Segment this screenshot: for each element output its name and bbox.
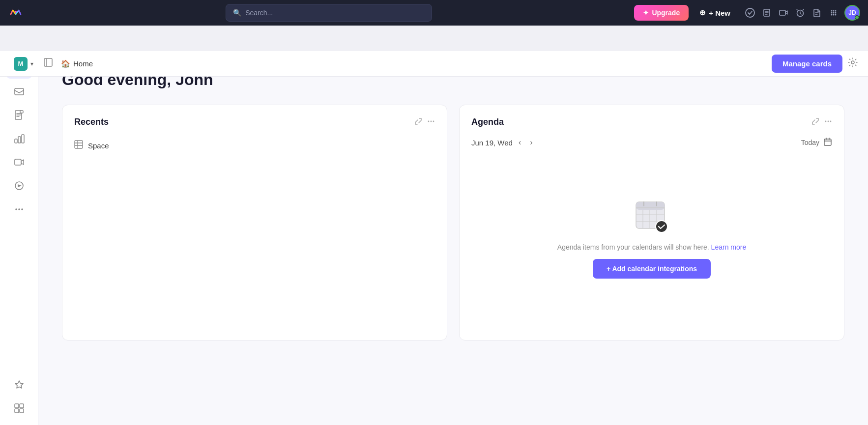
agenda-empty-state: Agenda items from your calendars will sh… (471, 154, 832, 321)
workspace-avatar: M (14, 57, 28, 71)
agenda-prev-button[interactable]: ‹ (516, 137, 524, 148)
svg-rect-22 (15, 159, 21, 165)
svg-point-37 (828, 120, 829, 122)
svg-point-26 (18, 208, 20, 210)
top-nav: 🔍 Search... ✦ Upgrade ⊕ + New (0, 0, 868, 26)
recent-item-space[interactable]: Space (74, 137, 435, 154)
svg-point-6 (835, 10, 836, 12)
nav-icons (745, 8, 839, 18)
svg-rect-29 (20, 404, 24, 408)
svg-rect-21 (22, 135, 24, 143)
sidebar (0, 51, 38, 425)
sidebar-item-spaces[interactable] (6, 397, 32, 419)
upgrade-button[interactable]: ✦ Upgrade (634, 5, 689, 21)
sidebar-item-more[interactable] (6, 198, 32, 220)
check-icon[interactable] (745, 8, 755, 18)
search-placeholder: Search... (245, 9, 273, 17)
manage-cards-button[interactable]: Manage cards (772, 55, 842, 73)
document-icon[interactable] (812, 8, 822, 18)
search-icon: 🔍 (233, 9, 241, 17)
sidebar-item-automations[interactable] (6, 175, 32, 197)
recents-more-button[interactable] (427, 117, 435, 127)
svg-rect-41 (636, 202, 665, 210)
settings-icon[interactable] (847, 57, 858, 70)
svg-marker-24 (18, 184, 22, 187)
svg-rect-20 (18, 137, 21, 143)
add-calendar-button[interactable]: + Add calendar integrations (593, 259, 711, 279)
agenda-today-button[interactable]: Today (801, 139, 819, 146)
new-button[interactable]: ⊕ + New (694, 5, 735, 20)
home-icon: 🏠 (61, 59, 70, 68)
svg-rect-18 (20, 111, 23, 113)
chevron-down-icon: ▾ (30, 60, 33, 67)
alarm-icon[interactable] (795, 8, 805, 18)
svg-point-25 (15, 208, 17, 210)
upgrade-label: Upgrade (652, 9, 680, 17)
svg-point-0 (746, 8, 754, 17)
svg-rect-30 (15, 409, 19, 413)
svg-point-4 (831, 10, 832, 12)
notepad-icon[interactable] (762, 8, 772, 18)
recent-item-label: Space (88, 142, 109, 150)
svg-point-7 (831, 12, 832, 14)
search-bar[interactable]: 🔍 Search... (226, 4, 432, 22)
new-label: + New (709, 9, 730, 17)
svg-point-49 (656, 221, 667, 232)
recents-title: Recents (74, 117, 414, 127)
home-label: Home (73, 59, 93, 68)
second-nav-right: Manage cards (772, 55, 858, 73)
learn-more-link[interactable]: Learn more (711, 243, 747, 251)
table-icon (74, 140, 83, 151)
sidebar-item-video[interactable] (6, 151, 32, 173)
recents-card: Recents (62, 105, 447, 340)
workspace-button[interactable]: M ▾ (10, 55, 37, 73)
logo-icon (9, 4, 23, 21)
svg-point-11 (833, 14, 834, 16)
agenda-date-row: Jun 19, Wed ‹ › Today (471, 137, 832, 148)
svg-point-14 (851, 61, 854, 64)
svg-rect-2 (780, 10, 785, 15)
svg-point-33 (431, 120, 432, 122)
avatar[interactable]: JD (844, 5, 860, 21)
recents-card-actions (414, 117, 435, 127)
agenda-calendar-icon[interactable] (823, 138, 832, 148)
logo (8, 5, 24, 21)
sidebar-item-favorites[interactable] (6, 374, 32, 396)
grid-icon[interactable] (829, 8, 839, 18)
sidebar-item-inbox[interactable] (6, 81, 32, 102)
second-nav: M ▾ 🏠 Home Manage cards (0, 51, 868, 77)
avatar-initials: JD (848, 9, 856, 16)
cards-grid: Recents (62, 105, 844, 340)
sidebar-item-docs[interactable] (6, 104, 32, 126)
svg-rect-13 (44, 58, 52, 66)
sidebar-toggle-button[interactable] (39, 56, 57, 72)
plus-icon: ⊕ (699, 8, 706, 17)
agenda-card-header: Agenda (471, 117, 832, 127)
agenda-title: Agenda (471, 117, 811, 127)
upgrade-icon: ✦ (643, 9, 649, 17)
agenda-right-controls: Today (801, 138, 832, 148)
home-breadcrumb[interactable]: 🏠 Home (61, 59, 93, 68)
main-content: Good evening, John Recents (38, 51, 868, 425)
svg-rect-16 (15, 88, 24, 95)
sidebar-item-dashboards[interactable] (6, 128, 32, 149)
agenda-card: Agenda (459, 105, 844, 340)
agenda-more-button[interactable] (824, 117, 832, 127)
agenda-empty-text: Agenda items from your calendars will sh… (557, 243, 746, 251)
svg-rect-39 (824, 139, 831, 145)
agenda-expand-button[interactable] (811, 117, 819, 127)
video-icon[interactable] (779, 8, 788, 18)
agenda-date: Jun 19, Wed (471, 139, 513, 147)
svg-rect-28 (15, 404, 19, 408)
svg-point-36 (825, 120, 827, 122)
agenda-next-button[interactable]: › (527, 137, 535, 148)
svg-point-27 (21, 208, 23, 210)
svg-point-38 (830, 120, 832, 122)
svg-point-8 (833, 12, 834, 14)
svg-rect-31 (20, 409, 24, 413)
recents-expand-button[interactable] (414, 117, 422, 127)
svg-point-5 (833, 10, 834, 12)
svg-rect-35 (75, 141, 83, 148)
svg-point-10 (831, 14, 832, 16)
svg-point-32 (428, 120, 430, 122)
